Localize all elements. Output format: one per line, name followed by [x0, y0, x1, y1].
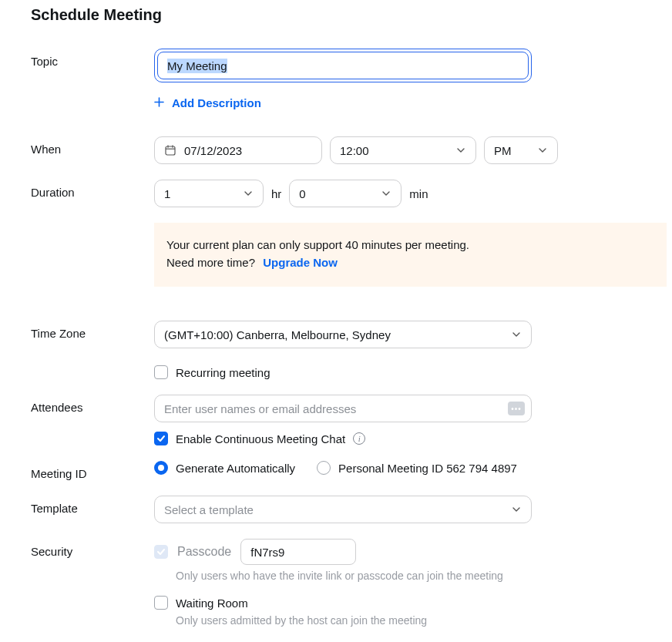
chevron-down-icon	[243, 188, 254, 199]
notice-line2-prefix: Need more time?	[166, 256, 255, 269]
info-icon[interactable]: i	[353, 432, 365, 445]
topic-input-wrapper: My Meeting	[154, 49, 532, 82]
chevron-down-icon	[455, 145, 466, 156]
duration-hours-select[interactable]: 1	[154, 180, 264, 207]
calendar-icon	[164, 144, 176, 156]
recurring-checkbox[interactable]	[154, 365, 168, 379]
time-zone-value: (GMT+10:00) Canberra, Melbourne, Sydney	[164, 328, 391, 341]
time-zone-label: Time Zone	[31, 321, 154, 340]
date-input[interactable]: 07/12/2023	[154, 136, 322, 164]
radio-icon	[154, 461, 168, 475]
security-label: Security	[31, 539, 154, 558]
passcode-value: fN7rs9	[250, 546, 284, 559]
contacts-icon[interactable]: •••	[508, 402, 525, 415]
passcode-checkbox[interactable]	[154, 545, 168, 559]
when-label: When	[31, 136, 154, 156]
generate-auto-label: Generate Automatically	[176, 462, 295, 475]
date-value: 07/12/2023	[184, 144, 242, 157]
passcode-help: Only users who have the invite link or p…	[154, 570, 672, 582]
minutes-unit: min	[409, 187, 428, 200]
add-description-label: Add Description	[172, 96, 261, 109]
time-select[interactable]: 12:00	[330, 136, 476, 164]
passcode-label: Passcode	[177, 545, 231, 559]
attendees-placeholder: Enter user names or email addresses	[164, 402, 356, 415]
generate-auto-radio[interactable]: Generate Automatically	[154, 461, 295, 475]
waiting-room-label: Waiting Room	[176, 597, 248, 610]
hours-unit: hr	[271, 187, 281, 200]
continuous-chat-checkbox[interactable]	[154, 432, 168, 445]
upgrade-now-link[interactable]: Upgrade Now	[263, 256, 338, 269]
topic-input-value: My Meeting	[167, 59, 227, 73]
attendees-label: Attendees	[31, 395, 154, 414]
notice-line1: Your current plan can only support 40 mi…	[166, 237, 654, 254]
page-title: Schedule Meeting	[31, 6, 672, 24]
time-value: 12:00	[340, 144, 369, 157]
personal-meeting-id-radio[interactable]: Personal Meeting ID 562 794 4897	[317, 461, 517, 475]
duration-hours-value: 1	[164, 187, 170, 200]
chevron-down-icon	[381, 188, 391, 199]
ampm-select[interactable]: PM	[484, 136, 558, 164]
plus-icon	[154, 97, 164, 109]
recurring-label: Recurring meeting	[176, 366, 270, 379]
continuous-chat-label: Enable Continuous Meeting Chat	[176, 432, 345, 445]
template-select[interactable]: Select a template	[154, 496, 532, 523]
chevron-down-icon	[511, 329, 522, 340]
time-zone-select[interactable]: (GMT+10:00) Canberra, Melbourne, Sydney	[154, 321, 532, 348]
ampm-value: PM	[494, 144, 512, 157]
attendees-input[interactable]: Enter user names or email addresses •••	[154, 395, 532, 422]
chevron-down-icon	[537, 145, 548, 156]
chevron-down-icon	[511, 504, 522, 515]
meeting-id-label: Meeting ID	[31, 461, 154, 480]
topic-label: Topic	[31, 49, 154, 68]
template-label: Template	[31, 496, 154, 515]
add-description-button[interactable]: Add Description	[154, 96, 261, 109]
waiting-room-checkbox[interactable]	[154, 596, 168, 610]
plan-notice: Your current plan can only support 40 mi…	[154, 223, 667, 287]
radio-icon	[317, 461, 331, 475]
duration-minutes-select[interactable]: 0	[289, 180, 402, 207]
duration-minutes-value: 0	[299, 187, 305, 200]
passcode-input[interactable]: fN7rs9	[240, 539, 356, 565]
personal-meeting-id-label: Personal Meeting ID 562 794 4897	[338, 462, 517, 475]
template-placeholder: Select a template	[164, 503, 254, 516]
duration-label: Duration	[31, 180, 154, 199]
topic-input[interactable]: My Meeting	[157, 52, 529, 79]
svg-rect-0	[166, 146, 175, 155]
waiting-room-help: Only users admitted by the host can join…	[154, 614, 672, 627]
